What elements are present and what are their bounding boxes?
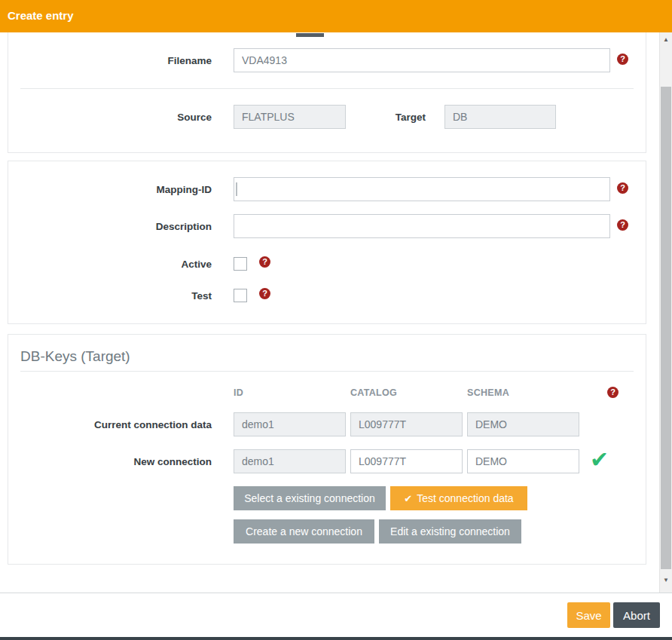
current-id-input xyxy=(234,412,346,436)
test-connection-data-button[interactable]: ✔Test connection data xyxy=(390,486,527,510)
new-catalog-input[interactable] xyxy=(350,449,463,473)
test-help-icon[interactable]: ? xyxy=(259,288,270,299)
scroll-up-arrow-icon[interactable]: ▲ xyxy=(660,36,672,43)
create-new-connection-button[interactable]: Create a new connection xyxy=(234,519,374,544)
tab-indicator-remnant xyxy=(296,33,324,37)
current-connection-label: Current connection data xyxy=(45,418,212,432)
test-connection-data-label: Test connection data xyxy=(417,492,513,504)
current-schema-input xyxy=(467,412,579,436)
text-cursor xyxy=(236,182,237,196)
select-existing-connection-button[interactable]: Select a existing connection xyxy=(234,486,386,510)
window-bottom-edge xyxy=(0,637,672,640)
source-input xyxy=(234,105,346,129)
test-checkbox[interactable] xyxy=(234,289,247,302)
mapping-id-input[interactable] xyxy=(234,177,610,201)
new-schema-input[interactable] xyxy=(467,449,579,473)
scroll-down-arrow-icon[interactable]: ▼ xyxy=(660,577,672,583)
db-keys-divider xyxy=(20,371,634,372)
description-input[interactable] xyxy=(234,214,610,238)
check-icon: ✔ xyxy=(404,493,412,504)
active-help-icon[interactable]: ? xyxy=(259,256,270,268)
panel-file-divider xyxy=(20,88,634,89)
dialog-title: Create entry xyxy=(8,9,74,22)
db-keys-heading: DB-Keys (Target) xyxy=(20,348,130,365)
active-label: Active xyxy=(45,258,212,271)
connection-valid-check-icon: ✔ xyxy=(590,446,609,473)
description-label: Description xyxy=(45,220,212,234)
filename-help-icon[interactable]: ? xyxy=(617,54,628,65)
new-connection-label: New connection xyxy=(45,455,212,469)
dialog-titlebar: Create entry xyxy=(0,0,672,32)
abort-button[interactable]: Abort xyxy=(613,602,660,628)
target-label: Target xyxy=(350,111,426,124)
target-input xyxy=(444,105,556,129)
panel-file xyxy=(8,15,646,153)
column-header-id: ID xyxy=(234,387,243,398)
edit-existing-connection-button[interactable]: Edit a existing connection xyxy=(379,519,521,544)
create-entry-dialog: Create entry Filename ? Source Target Ma… xyxy=(0,0,672,640)
source-label: Source xyxy=(45,111,212,124)
vertical-scrollbar[interactable]: ▲ ▼ xyxy=(659,32,672,593)
scrollbar-thumb[interactable] xyxy=(661,87,671,569)
column-header-schema: SCHEMA xyxy=(467,387,509,398)
description-help-icon[interactable]: ? xyxy=(617,219,628,231)
current-catalog-input xyxy=(350,412,463,436)
new-id-input xyxy=(234,449,346,473)
filename-label: Filename xyxy=(45,54,212,68)
active-checkbox[interactable] xyxy=(234,257,247,271)
test-label: Test xyxy=(45,289,212,303)
filename-input[interactable] xyxy=(234,48,610,72)
mapping-id-help-icon[interactable]: ? xyxy=(617,182,628,194)
db-keys-help-icon[interactable]: ? xyxy=(607,387,619,398)
column-header-catalog: CATALOG xyxy=(350,387,397,398)
save-button[interactable]: Save xyxy=(567,602,610,628)
footer-separator xyxy=(0,593,672,593)
mapping-id-label: Mapping-ID xyxy=(45,183,212,197)
